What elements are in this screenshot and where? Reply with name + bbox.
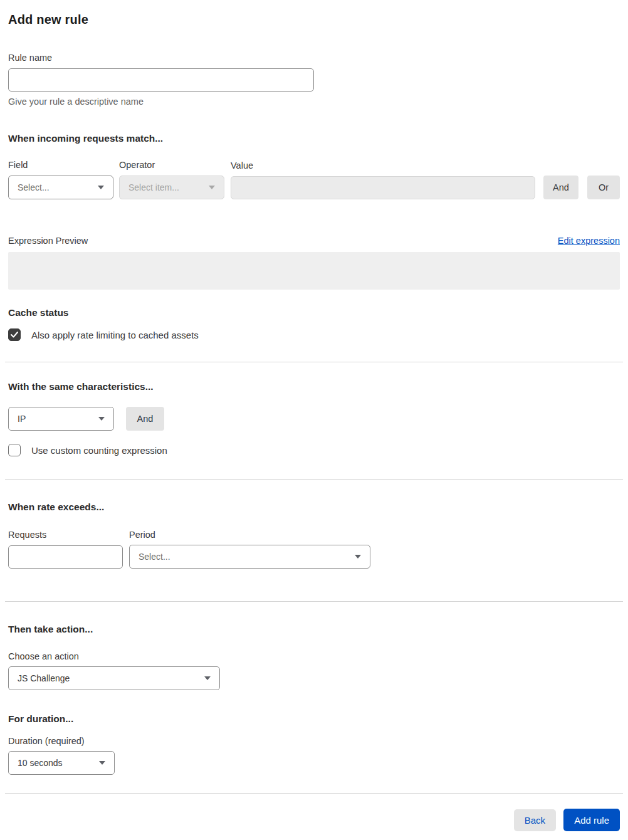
characteristics-row: IP And — [8, 407, 620, 431]
rate-heading: When rate exceeds... — [8, 501, 620, 513]
cached-assets-checkbox-row: Also apply rate limiting to cached asset… — [8, 328, 620, 341]
checkmark-icon — [11, 332, 18, 338]
custom-counting-label: Use custom counting expression — [31, 445, 167, 456]
requests-label: Requests — [8, 530, 123, 540]
expression-preview-box — [8, 252, 620, 290]
add-characteristic-button[interactable]: And — [126, 407, 164, 431]
match-section-heading: When incoming requests match... — [8, 133, 620, 144]
chevron-down-icon — [98, 186, 104, 189]
period-select[interactable]: Select... — [129, 545, 370, 569]
chevron-down-icon — [98, 417, 105, 421]
edit-expression-link[interactable]: Edit expression — [558, 236, 620, 246]
characteristics-heading: With the same characteristics... — [8, 381, 620, 392]
duration-heading: For duration... — [8, 713, 620, 725]
duration-select[interactable]: 10 seconds — [8, 751, 115, 775]
cached-assets-label: Also apply rate limiting to cached asset… — [31, 330, 199, 340]
characteristic-select-value: IP — [18, 414, 26, 424]
value-input[interactable] — [231, 176, 535, 199]
action-label: Choose an action — [8, 651, 620, 661]
duration-select-value: 10 seconds — [18, 758, 63, 768]
field-select[interactable]: Select... — [8, 176, 113, 199]
action-select[interactable]: JS Challenge — [8, 666, 220, 690]
chevron-down-icon — [204, 676, 211, 680]
characteristic-select[interactable]: IP — [8, 407, 114, 431]
action-heading: Then take action... — [8, 624, 620, 635]
and-condition-button[interactable]: And — [543, 176, 578, 199]
add-rule-button[interactable]: Add rule — [563, 809, 620, 831]
operator-select[interactable]: Select item... — [119, 176, 224, 199]
add-rule-form: Add new rule Rule name Give your rule a … — [0, 0, 628, 839]
rate-inputs-row: Select... — [8, 545, 620, 569]
match-criteria-row: Field Select... Operator Select item... … — [8, 160, 620, 199]
cache-status-heading: Cache status — [8, 307, 620, 318]
expression-preview-header: Expression Preview Edit expression — [8, 236, 620, 246]
rate-labels-row: Requests Period — [8, 530, 620, 540]
field-label: Field — [8, 160, 113, 170]
action-select-value: JS Challenge — [18, 673, 70, 683]
chevron-down-icon — [99, 761, 105, 765]
rule-name-input[interactable] — [8, 68, 314, 92]
page-title: Add new rule — [8, 13, 620, 27]
period-select-value: Select... — [139, 552, 170, 562]
value-label: Value — [231, 160, 535, 171]
divider — [5, 793, 623, 794]
cached-assets-checkbox[interactable] — [8, 328, 21, 341]
footer-actions: Back Add rule — [8, 809, 620, 831]
chevron-down-icon — [355, 555, 361, 559]
custom-counting-checkbox[interactable] — [8, 444, 21, 456]
back-button[interactable]: Back — [514, 809, 556, 831]
period-label: Period — [129, 530, 155, 540]
custom-counting-checkbox-row: Use custom counting expression — [8, 444, 620, 456]
rule-name-label: Rule name — [8, 53, 620, 63]
chevron-down-icon — [209, 186, 215, 189]
divider — [5, 479, 623, 480]
divider — [5, 362, 623, 362]
expression-preview-label: Expression Preview — [8, 236, 88, 246]
rule-name-helper: Give your rule a descriptive name — [8, 97, 620, 107]
operator-select-value: Select item... — [128, 182, 179, 192]
requests-input[interactable] — [8, 545, 123, 569]
divider — [5, 601, 623, 602]
operator-label: Operator — [119, 160, 224, 170]
duration-label: Duration (required) — [8, 736, 620, 746]
or-condition-button[interactable]: Or — [587, 176, 620, 199]
field-select-value: Select... — [18, 182, 50, 192]
